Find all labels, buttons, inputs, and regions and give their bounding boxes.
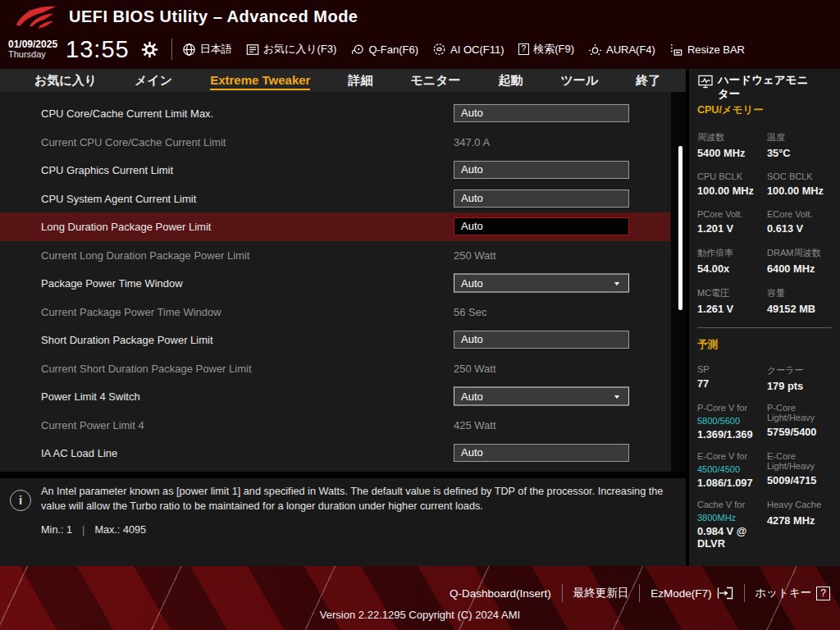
stat-ecore-light-heavy: E-Core Light/Heavy 5009/4715 [767, 451, 832, 489]
settings-list: CPU Core/Cache Current Limit Max. Auto C… [0, 92, 686, 472]
stat-soc-bclk: SOC BCLK 100.00 MHz [767, 171, 832, 197]
rog-logo-icon [15, 2, 57, 30]
setting-label: Package Power Time Window [41, 277, 183, 290]
dropdown-value: Auto [461, 390, 483, 403]
stat-sp: SP 77 [697, 364, 767, 392]
stat-capacity: 容量 49152 MB [767, 287, 832, 315]
section-prediction: 予測 [697, 338, 832, 352]
readonly-value: 250 Watt [454, 249, 496, 262]
stat-pcore-v-for: P-Core V for 5800/5600 1.369/1.369 [697, 403, 767, 441]
tab-boot[interactable]: 起動 [498, 71, 523, 90]
stat-ecore-v-for: E-Core V for 4500/4500 1.086/1.097 [697, 451, 767, 489]
tab-tool[interactable]: ツール [560, 71, 598, 90]
weekday-text: Thursday [8, 50, 57, 60]
menu-label: Resize BAR [687, 43, 745, 56]
settings-scrollbar-thumb[interactable] [678, 146, 682, 310]
ai-oc-icon [432, 43, 446, 56]
stat-heavy-cache: Heavy Cache 4278 MHz [767, 500, 832, 550]
ezmode-button[interactable]: EzMode(F7) [651, 587, 733, 600]
menu-label: Q-Fan(F6) [368, 43, 418, 56]
setting-value-input[interactable]: Auto [454, 104, 629, 122]
tab-advanced[interactable]: 詳細 [348, 71, 372, 90]
menu-item-search[interactable]: ? 検索(F9) [518, 42, 574, 57]
setting-label: CPU Core/Cache Current Limit Max. [41, 107, 213, 120]
qdashboard-button[interactable]: Q-Dashboard(Insert) [450, 587, 551, 600]
menu-item-resize-bar[interactable]: Resize BAR [669, 43, 745, 57]
menu-item-aura[interactable]: AURA(F4) [588, 43, 655, 57]
setting-label: CPU Graphics Current Limit [41, 164, 173, 176]
setting-label: IA AC Load Line [41, 447, 117, 459]
setting-value-input[interactable]: Auto [454, 444, 629, 462]
last-update-label: 最終更新日 [573, 586, 629, 600]
setting-row-power-limit-4-switch[interactable]: Power Limit 4 Switch Auto ▼ [0, 382, 670, 411]
setting-value-input[interactable]: Auto [454, 161, 629, 179]
help-description: An Intel parameter known as [power limit… [41, 484, 664, 514]
setting-row-cpu-graphics-current-limit[interactable]: CPU Graphics Current Limit Auto [0, 156, 670, 185]
menu-label: お気に入り(F3) [263, 42, 337, 57]
menu-item-qfan[interactable]: Q-Fan(F6) [350, 43, 418, 56]
setting-label: Long Duration Package Power Limit [41, 221, 211, 233]
chevron-down-icon: ▼ [613, 390, 621, 403]
hotkeys-button[interactable]: ホットキー ? [756, 586, 830, 600]
menu-label: 日本語 [200, 42, 232, 57]
tab-main[interactable]: メイン [135, 71, 172, 90]
min-max-separator: | [82, 524, 84, 536]
footer-separator [744, 584, 745, 602]
setting-value-input[interactable]: Auto [454, 331, 629, 349]
readonly-value: 425 Watt [454, 419, 496, 431]
nav-tabbar: お気に入り メイン Extreme Tweaker 詳細 モニター 起動 ツール… [0, 69, 686, 92]
setting-row-short-duration-package-power-limit[interactable]: Short Duration Package Power Limit Auto [0, 326, 670, 354]
tab-monitor[interactable]: モニター [410, 71, 460, 90]
cpu-memory-stats: 周波数 5400 MHz 温度 35°C CPU BCLK 100.00 MHz… [697, 131, 832, 327]
readonly-value: 347.0 A [454, 136, 490, 148]
footer-separator [562, 584, 563, 602]
favorites-icon [246, 43, 259, 56]
tab-exit[interactable]: 終了 [636, 71, 660, 90]
tab-extreme-tweaker[interactable]: Extreme Tweaker [210, 71, 310, 90]
last-update-button[interactable]: 最終更新日 [573, 586, 629, 600]
settings-gear-button[interactable] [141, 41, 158, 58]
hotkeys-label: ホットキー [756, 586, 812, 600]
monitor-icon [697, 75, 714, 89]
setting-value-input-selected[interactable]: Auto [454, 217, 629, 235]
tab-favorites[interactable]: お気に入り [34, 71, 97, 90]
readonly-row-current-long-duration-package-power-limit: Current Long Duration Package Power Limi… [0, 241, 670, 270]
setting-value-dropdown[interactable]: Auto ▼ [454, 274, 629, 293]
ezmode-label: EzMode(F7) [651, 587, 711, 600]
readonly-value: 250 Watt [454, 363, 496, 375]
header-ribbon: 01/09/2025 Thursday 13:55 [0, 31, 840, 67]
aura-icon [588, 43, 602, 57]
title-row: UEFI BIOS Utility – Advanced Mode [0, 0, 840, 33]
section-cpu-memory: CPU/メモリー [697, 103, 832, 117]
fan-icon [350, 43, 364, 56]
stat-pcore-volt: PCore Volt. 1.201 V [697, 209, 767, 235]
prediction-stats: SP 77 クーラー 179 pts P-Core V for 5800/560… [697, 364, 832, 560]
info-icon: i [10, 490, 31, 511]
footer-separator [639, 584, 640, 602]
gear-icon [141, 41, 158, 58]
setting-row-cpu-system-agent-current-limit[interactable]: CPU System Agent Current Limit Auto [0, 185, 670, 213]
stat-pcore-light-heavy: P-Core Light/Heavy 5759/5400 [767, 403, 832, 441]
setting-row-cpu-core-cache-current-limit-max[interactable]: CPU Core/Cache Current Limit Max. Auto [0, 99, 670, 128]
hotkeys-question-icon: ? [816, 587, 830, 600]
header-separator [171, 39, 172, 60]
date-block[interactable]: 01/09/2025 Thursday [8, 39, 57, 59]
time-text[interactable]: 13:55 [66, 36, 130, 63]
max-value: Max.: 4095 [94, 524, 146, 536]
resize-bar-icon [669, 43, 683, 57]
setting-row-ia-ac-load-line[interactable]: IA AC Load Line Auto [0, 439, 670, 468]
menu-item-favorites[interactable]: お気に入り(F3) [246, 42, 337, 57]
header-banner: UEFI BIOS Utility – Advanced Mode 01/09/… [0, 0, 840, 69]
globe-icon [182, 43, 196, 57]
menu-item-language[interactable]: 日本語 [182, 42, 232, 57]
setting-value-input[interactable]: Auto [454, 189, 629, 208]
setting-value-dropdown[interactable]: Auto ▼ [454, 387, 629, 406]
readonly-row-current-short-duration-package-power-limit: Current Short Duration Package Power Lim… [0, 354, 670, 383]
help-panel: i An Intel parameter known as [power lim… [0, 478, 686, 566]
dropdown-value: Auto [461, 277, 483, 290]
setting-row-package-power-time-window[interactable]: Package Power Time Window Auto ▼ [0, 269, 670, 298]
menu-item-ai-oc[interactable]: AI OC(F11) [432, 43, 504, 56]
setting-label: Current Short Duration Package Power Lim… [41, 362, 252, 374]
menu-label: AURA(F4) [606, 43, 655, 56]
setting-row-long-duration-package-power-limit[interactable]: Long Duration Package Power Limit Auto [0, 212, 670, 241]
